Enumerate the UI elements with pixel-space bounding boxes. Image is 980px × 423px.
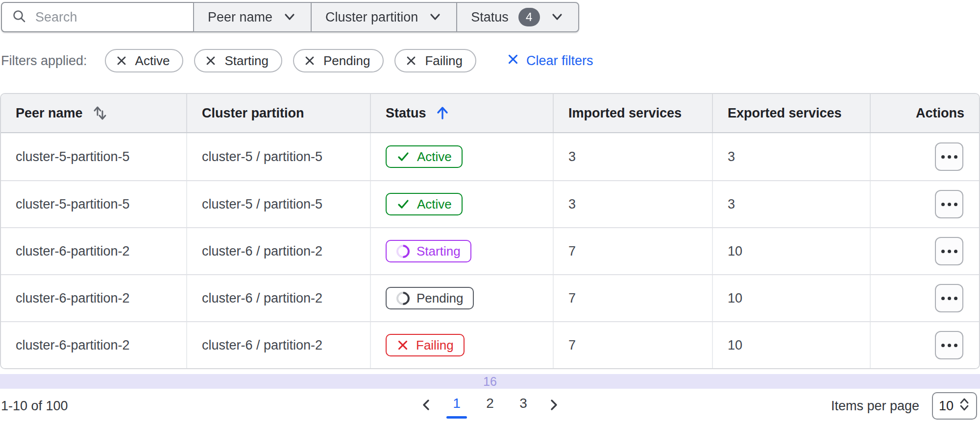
column-label: Actions [916, 106, 964, 121]
cell-status: Active [370, 133, 553, 180]
table-row: cluster-6-partition-2cluster-6 / partiti… [1, 227, 979, 274]
cell-status: Active [370, 181, 553, 227]
items-per-page-value: 10 [939, 399, 954, 414]
table-body: cluster-5-partition-5cluster-5 / partiti… [1, 133, 979, 368]
column-label: Peer name [16, 106, 83, 121]
filter-chip-failing[interactable]: Failing [394, 49, 476, 72]
page-number: 3 [519, 396, 527, 411]
status-label: Starting [416, 244, 461, 259]
items-per-page-label: Items per page [831, 399, 919, 414]
column-header-status[interactable]: Status [370, 94, 553, 132]
search-icon [12, 9, 26, 25]
status-badge-failing: Failing [386, 334, 465, 356]
row-actions-menu-button[interactable] [935, 237, 963, 265]
column-label: Exported services [728, 106, 842, 121]
chip-label: Starting [224, 53, 269, 69]
column-header-peer-name[interactable]: Peer name [1, 94, 186, 132]
chip-label: Failing [425, 53, 463, 69]
chip-label: Active [135, 53, 170, 69]
chip-remove-x-icon[interactable] [304, 55, 316, 67]
pagination-footer: 1-10 of 100 123 Items per page 10 [0, 389, 980, 423]
page-button-3[interactable]: 3 [514, 396, 533, 419]
page-number: 1 [453, 396, 461, 411]
page-button-1[interactable]: 1 [447, 396, 466, 419]
cell-imported-services: 7 [553, 228, 712, 274]
cell-peer-name: cluster-5-partition-5 [1, 181, 186, 227]
previous-page-button[interactable] [420, 396, 433, 413]
clear-filters-link[interactable]: Clear filters [507, 53, 593, 69]
cell-actions [870, 275, 979, 321]
table-header-row: Peer nameCluster partitionStatusImported… [1, 94, 979, 133]
scrollbar-band-label: 16 [483, 375, 497, 389]
chevron-down-icon [550, 11, 564, 24]
table-row: cluster-5-partition-5cluster-5 / partiti… [1, 133, 979, 180]
filters-applied-label: Filters applied: [1, 53, 87, 69]
cell-imported-services: 7 [553, 322, 712, 368]
cell-actions [870, 133, 979, 180]
sort-asc-icon[interactable] [435, 105, 450, 121]
status-label: Active [417, 149, 452, 164]
search-box[interactable] [1, 2, 194, 32]
column-header-exported-services: Exported services [712, 94, 870, 132]
filter-chip-active[interactable]: Active [105, 49, 184, 72]
row-actions-menu-button[interactable] [935, 142, 963, 171]
chip-remove-x-icon[interactable] [205, 55, 217, 67]
row-actions-menu-button[interactable] [935, 331, 963, 359]
chevron-down-icon [428, 11, 442, 24]
dropdown-label: Cluster partition [325, 10, 418, 25]
cell-exported-services: 3 [712, 133, 870, 180]
cell-status: Failing [370, 322, 553, 368]
cell-cluster-partition: cluster-6 / partition-2 [186, 228, 370, 274]
chip-remove-x-icon[interactable] [116, 55, 127, 67]
column-label: Imported services [568, 106, 682, 121]
table-row: cluster-6-partition-2cluster-6 / partiti… [1, 321, 979, 368]
row-actions-menu-button[interactable] [935, 284, 963, 312]
column-header-actions: Actions [870, 94, 979, 132]
row-actions-menu-button[interactable] [935, 190, 963, 218]
dropdown-peer-name[interactable]: Peer name [193, 2, 312, 32]
cell-actions [870, 181, 979, 227]
filters-row: Filters applied: Active Starting Pending… [1, 48, 593, 73]
items-per-page-select[interactable]: 10 [932, 392, 977, 420]
dropdown-cluster-partition[interactable]: Cluster partition [311, 2, 457, 32]
check-icon [396, 197, 410, 211]
peerings-table: Peer nameCluster partitionStatusImported… [0, 93, 980, 369]
column-header-imported-services: Imported services [553, 94, 712, 132]
filter-count-badge: 4 [518, 8, 540, 26]
status-badge-active: Active [386, 145, 463, 168]
cell-imported-services: 7 [553, 275, 712, 321]
check-icon [396, 150, 410, 164]
dropdown-label: Peer name [208, 10, 272, 25]
chip-remove-x-icon[interactable] [405, 55, 417, 67]
next-page-button[interactable] [547, 396, 560, 413]
cell-exported-services: 10 [712, 322, 870, 368]
filter-chip-pending[interactable]: Pending [293, 49, 384, 72]
filter-dropdowns: Peer nameCluster partitionStatus4 [194, 2, 579, 32]
sort-updown-icon[interactable] [92, 105, 108, 121]
stepper-icon [958, 397, 970, 416]
cell-imported-services: 3 [553, 133, 712, 180]
status-badge-starting: Starting [386, 240, 471, 262]
clear-filters-label: Clear filters [526, 53, 593, 69]
cell-actions [870, 228, 979, 274]
cell-cluster-partition: cluster-5 / partition-5 [186, 133, 370, 180]
cell-peer-name: cluster-6-partition-2 [1, 228, 186, 274]
cell-actions [870, 322, 979, 368]
status-label: Active [417, 197, 452, 212]
status-label: Pending [416, 291, 463, 306]
status-label: Failing [416, 338, 454, 353]
cell-status: Pending [370, 275, 553, 321]
dropdown-status[interactable]: Status4 [456, 2, 579, 32]
page-button-2[interactable]: 2 [481, 396, 499, 419]
cell-exported-services: 10 [712, 275, 870, 321]
filter-chips: Active Starting Pending Failing [105, 49, 476, 72]
filter-toolbar: Peer nameCluster partitionStatus4 [1, 2, 579, 32]
filter-chip-starting[interactable]: Starting [194, 49, 282, 72]
pagination: 123 [420, 396, 560, 419]
column-label: Status [386, 106, 426, 121]
results-range-text: 1-10 of 100 [1, 399, 68, 414]
column-label: Cluster partition [202, 106, 304, 121]
search-input[interactable] [35, 10, 183, 25]
table-scrollbar-band[interactable]: 16 [0, 374, 980, 389]
cell-peer-name: cluster-6-partition-2 [1, 275, 186, 321]
